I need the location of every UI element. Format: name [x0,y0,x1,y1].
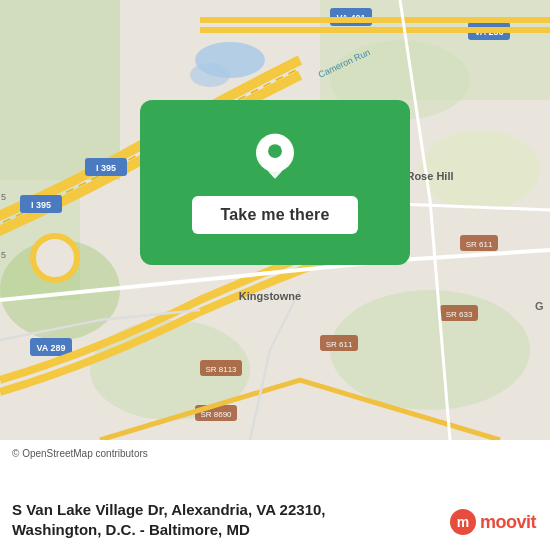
svg-point-10 [190,63,230,87]
svg-text:5: 5 [1,250,6,260]
moovit-text: moovit [480,512,536,533]
svg-point-5 [330,290,530,410]
moovit-icon: m [449,508,477,536]
info-bar: © OpenStreetMap contributors S Van Lake … [0,440,550,550]
take-me-there-button[interactable]: Take me there [192,196,357,234]
svg-text:SR 8113: SR 8113 [205,365,237,374]
svg-text:I 395: I 395 [31,200,51,210]
svg-point-36 [33,236,77,280]
svg-text:SR 611: SR 611 [326,340,353,349]
location-pin-icon [249,132,301,184]
map-container: I 395 I 395 VA 401 VA 236 VA 289 SR 648 … [0,0,550,440]
svg-point-41 [268,144,282,158]
svg-rect-1 [0,0,120,180]
moovit-logo: m moovit [449,508,536,536]
svg-text:5: 5 [1,192,6,202]
svg-text:SR 633: SR 633 [446,310,473,319]
svg-text:I 395: I 395 [96,163,116,173]
svg-text:VA 289: VA 289 [36,343,65,353]
attribution-text: © OpenStreetMap contributors [12,448,148,459]
attribution: © OpenStreetMap contributors [12,448,538,459]
svg-text:SR 611: SR 611 [466,240,493,249]
address-line1: S Van Lake Village Dr, Alexandria, VA 22… [12,501,326,518]
svg-text:G: G [535,300,544,312]
svg-text:m: m [457,514,469,530]
svg-text:Kingstowne: Kingstowne [239,290,301,302]
address-line2: Washington, D.C. - Baltimore, MD [12,521,250,538]
svg-text:Rose Hill: Rose Hill [406,170,453,182]
cta-overlay[interactable]: Take me there [140,100,410,265]
svg-text:SR 8690: SR 8690 [200,410,232,419]
